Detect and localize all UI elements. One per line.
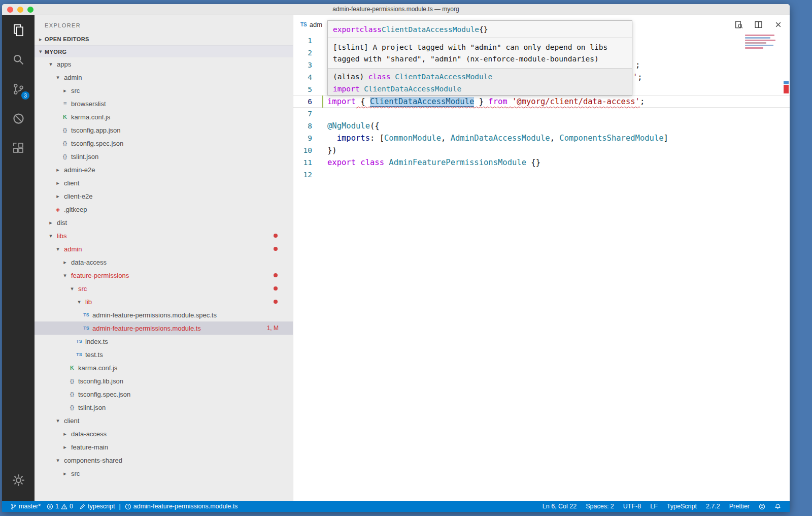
- tree-file-tsconfig.spec.json[interactable]: {}tsconfig.spec.json: [35, 137, 293, 150]
- tree-file-tslint.json[interactable]: {}tslint.json: [35, 150, 293, 163]
- tree-file-admin-feature-permissions.module.ts[interactable]: TSadmin-feature-permissions.module.ts1, …: [35, 321, 293, 335]
- indentation-label: Spaces: 2: [586, 503, 614, 510]
- titlebar: admin-feature-permissions.module.ts — my…: [2, 4, 790, 15]
- file-info-status[interactable]: admin-feature-permissions.module.ts: [122, 501, 241, 512]
- tree-file-karma.conf.js[interactable]: Kkarma.conf.js: [35, 110, 293, 123]
- tab-admin-feature-permissions[interactable]: TS adm: [300, 21, 322, 28]
- line-number: 5: [293, 83, 327, 95]
- tree-file-tsconfig.lib.json[interactable]: {}tsconfig.lib.json: [35, 374, 293, 388]
- hover-alias-line: (alias) class ClientDataAccessModule: [333, 71, 627, 83]
- tree-folder-client[interactable]: ▸client: [35, 176, 293, 189]
- code-token: from: [488, 97, 507, 106]
- ts-version-status[interactable]: 2.7.2: [701, 503, 725, 510]
- split-editor-icon[interactable]: [754, 20, 763, 29]
- chevron-down-icon: ▾: [61, 272, 69, 279]
- tree-item-label: libs: [57, 232, 67, 240]
- tree-folder-dist[interactable]: ▸dist: [35, 216, 293, 229]
- macos-zoom-button[interactable]: [27, 7, 33, 13]
- minimap[interactable]: [745, 35, 777, 50]
- code-line-9[interactable]: 9 imports: [CommonModule, AdminDataAcces…: [293, 132, 790, 144]
- code-token: [391, 73, 395, 81]
- window-title: admin-feature-permissions.module.ts — my…: [2, 4, 790, 15]
- tree-folder-components-shared[interactable]: ▾components-shared: [35, 454, 293, 467]
- tree-folder-lib[interactable]: ▾lib: [35, 295, 293, 308]
- tree-folder-admin[interactable]: ▾admin: [35, 242, 293, 255]
- feedback-status[interactable]: [754, 503, 770, 510]
- tree-folder-admin[interactable]: ▾admin: [35, 71, 293, 84]
- tree-folder-apps[interactable]: ▾apps: [35, 57, 293, 71]
- activitybar-debug[interactable]: [2, 104, 35, 133]
- formatter-status[interactable]: Prettier: [725, 503, 754, 510]
- code-line-content: import { ClientDataAccessModule } from '…: [327, 95, 790, 108]
- hover-tooltip: export class ClientDataAccessModule {} […: [327, 20, 632, 95]
- tree-file-karma.conf.js[interactable]: Kkarma.conf.js: [35, 361, 293, 374]
- git-branch-status[interactable]: master*: [7, 501, 44, 512]
- tree-file-test.ts[interactable]: TStest.ts: [35, 348, 293, 361]
- branch-label: master*: [19, 503, 41, 510]
- problems-badge: 1, M: [267, 325, 279, 332]
- tree-file-tsconfig.app.json[interactable]: {}tsconfig.app.json: [35, 123, 293, 137]
- tree-folder-client[interactable]: ▾client: [35, 414, 293, 427]
- tree-file-tsconfig.spec.json[interactable]: {}tsconfig.spec.json: [35, 388, 293, 401]
- indentation-status[interactable]: Spaces: 2: [581, 503, 619, 510]
- tree-folder-src[interactable]: ▾src: [35, 282, 293, 295]
- code-line-12[interactable]: 12: [293, 169, 790, 181]
- activitybar-source-control[interactable]: 3: [2, 74, 35, 104]
- code-area[interactable]: 123;4';56import { ClientDataAccessModule…: [293, 34, 790, 501]
- open-preview-icon[interactable]: [734, 20, 743, 29]
- tree-folder-data-access[interactable]: ▸data-access: [35, 255, 293, 269]
- workspace-root-section[interactable]: ▾ MYORG: [35, 45, 293, 57]
- open-editors-section[interactable]: ▸ OPEN EDITORS: [35, 33, 293, 45]
- code-line-content: [327, 169, 790, 181]
- code-token: class: [359, 25, 382, 34]
- problems-status[interactable]: 1 0: [44, 501, 76, 512]
- activitybar-search[interactable]: [2, 45, 35, 74]
- eol-status[interactable]: LF: [646, 503, 662, 510]
- code-line-10[interactable]: 10}): [293, 144, 790, 156]
- linter-status[interactable]: typescript: [76, 501, 118, 512]
- chevron-right-icon: ▸: [37, 36, 45, 43]
- tree-folder-admin-e2e[interactable]: ▸admin-e2e: [35, 163, 293, 176]
- tree-folder-libs[interactable]: ▾libs: [35, 229, 293, 242]
- chevron-right-icon: ▸: [54, 180, 62, 186]
- gear-icon: [12, 473, 25, 487]
- encoding-label: UTF-8: [623, 503, 641, 510]
- code-line-11[interactable]: 11export class AdminFeaturePermissionsMo…: [293, 156, 790, 169]
- code-line-6[interactable]: 6import { ClientDataAccessModule } from …: [293, 95, 790, 108]
- tree-item-label: lib: [85, 298, 92, 306]
- tree-folder-feature-permissions[interactable]: ▾feature-permissions: [35, 269, 293, 282]
- tree-folder-feature-main[interactable]: ▸feature-main: [35, 440, 293, 454]
- tree-item-label: client: [64, 179, 79, 187]
- code-line-8[interactable]: 8@NgModule({: [293, 120, 790, 132]
- macos-close-button[interactable]: [7, 7, 13, 13]
- code-line-7[interactable]: 7: [293, 108, 790, 120]
- overview-ruler[interactable]: [783, 34, 790, 501]
- tree-folder-data-access[interactable]: ▸data-access: [35, 427, 293, 440]
- activitybar-explorer[interactable]: [2, 15, 35, 45]
- encoding-status[interactable]: UTF-8: [619, 503, 646, 510]
- explorer-sidebar: EXPLORER ▸ OPEN EDITORS ▾ MYORG ▾apps▾ad…: [35, 15, 293, 501]
- close-editor-icon[interactable]: [774, 20, 783, 29]
- tree-item-label: src: [71, 470, 80, 477]
- cursor-position-status[interactable]: Ln 6, Col 22: [538, 503, 581, 510]
- notifications-status[interactable]: [770, 503, 786, 510]
- code-token: import: [327, 97, 356, 106]
- language-status[interactable]: TypeScript: [662, 503, 701, 510]
- chevron-right-icon: ▸: [61, 470, 69, 477]
- tree-file-index.ts[interactable]: TSindex.ts: [35, 335, 293, 348]
- tree-folder-src[interactable]: ▸src: [35, 467, 293, 480]
- json-file-icon: {}: [68, 392, 76, 397]
- macos-minimize-button[interactable]: [17, 7, 23, 13]
- activitybar-settings[interactable]: [2, 465, 35, 495]
- tree-file-browserslist[interactable]: ≡browserslist: [35, 97, 293, 110]
- tree-item-label: browserslist: [71, 100, 106, 108]
- tree-file-tslint.json[interactable]: {}tslint.json: [35, 401, 293, 414]
- tree-folder-src[interactable]: ▸src: [35, 84, 293, 97]
- tree-file-.gitkeep[interactable]: ◈.gitkeep: [35, 203, 293, 216]
- tree-folder-client-e2e[interactable]: ▸client-e2e: [35, 189, 293, 203]
- code-token: ,: [441, 134, 451, 143]
- symbol-link[interactable]: ClientDataAccessModule: [370, 97, 474, 107]
- activitybar-extensions[interactable]: [2, 133, 35, 163]
- chevron-down-icon: ▾: [54, 457, 62, 464]
- tree-file-admin-feature-permissions.module.spec.ts[interactable]: TSadmin-feature-permissions.module.spec.…: [35, 308, 293, 321]
